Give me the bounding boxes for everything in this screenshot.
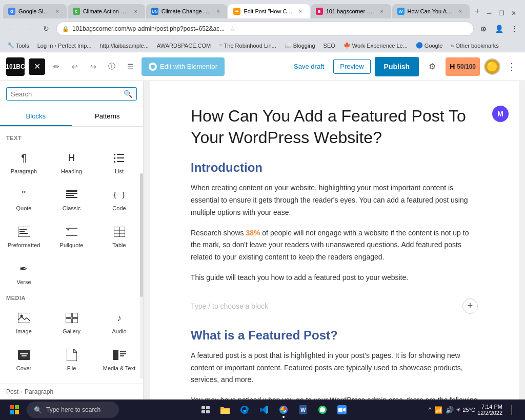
show-desktop-btn[interactable] xyxy=(504,401,519,419)
block-classic[interactable]: Classic xyxy=(48,180,95,217)
post-title[interactable]: How Can You Add a Featured Post To Your … xyxy=(191,106,478,148)
breadcrumb-post[interactable]: Post xyxy=(6,388,18,395)
taskbar-app-taskview[interactable] xyxy=(196,401,215,419)
user-avatar[interactable]: 🟡 xyxy=(484,58,500,75)
block-pullquote[interactable]: " Pullquote xyxy=(48,217,95,254)
address-star[interactable]: ☆ xyxy=(230,25,235,32)
featured-post-heading[interactable]: What is a Featured Post? xyxy=(191,328,478,343)
breadcrumb-paragraph[interactable]: Paragraph xyxy=(25,388,53,395)
bookmark-robinhood[interactable]: ≡ The Robinhood Lin... xyxy=(216,42,279,50)
forward-btn[interactable]: → xyxy=(22,22,36,36)
minimize-btn[interactable]: ─ xyxy=(485,9,493,17)
tab-close-btn[interactable]: × xyxy=(132,7,140,15)
block-media-text[interactable]: Media & Text xyxy=(95,340,143,377)
undo-btn[interactable]: ↩ xyxy=(68,59,82,74)
taskbar-app-whatsapp[interactable] xyxy=(313,401,332,419)
taskbar-right: ^ 📶 🔊 ☀ 25°C 7:14 PM 12/2/2022 xyxy=(429,401,521,419)
speaker-icon[interactable]: 🔊 xyxy=(446,406,454,414)
tab-close-btn[interactable]: × xyxy=(214,7,222,15)
tab-google-slides[interactable]: G Google Slides × xyxy=(3,4,67,18)
block-verse[interactable]: ✒ Verse xyxy=(0,254,48,291)
intro-paragraph-3[interactable]: This guide will teach you how to add a f… xyxy=(191,272,478,284)
add-block-btn[interactable]: + xyxy=(462,298,478,314)
edit-pen-icon[interactable]: ✏ xyxy=(49,59,64,74)
taskbar-app-edge[interactable] xyxy=(235,401,254,419)
block-label: Verse xyxy=(16,279,31,285)
edit-with-elementor-btn[interactable]: Edit with Elementor xyxy=(142,57,225,76)
tab-close-btn[interactable]: × xyxy=(296,7,305,15)
block-code[interactable]: { } Code xyxy=(95,180,143,217)
block-gallery[interactable]: Gallery xyxy=(48,303,95,340)
bookmark-awardspace[interactable]: AWARDSPACE.COM xyxy=(154,42,214,50)
intro-paragraph-2[interactable]: Research shows 38% of people will not en… xyxy=(191,227,478,264)
bookmark-work[interactable]: 🍁 Work Experience Le... xyxy=(340,41,411,50)
publish-btn[interactable]: Publish xyxy=(375,57,419,76)
reload-btn[interactable]: ↻ xyxy=(39,22,53,36)
block-audio[interactable]: ♪ Audio xyxy=(95,303,143,340)
seo-score-badge[interactable]: H 50/100 xyxy=(446,57,480,76)
block-file[interactable]: File xyxy=(48,340,95,377)
bookmark-login[interactable]: Log In ‹ Perfect Imp... xyxy=(34,42,95,50)
tab-wp-edit[interactable]: ✏ Edit Post "How Can... × xyxy=(228,4,309,18)
intro-paragraph-1[interactable]: When creating content on your website, h… xyxy=(191,182,478,218)
tab-close-btn[interactable]: × xyxy=(456,7,465,15)
start-btn[interactable] xyxy=(4,401,25,419)
tab-how[interactable]: W How Can You Add... × xyxy=(392,4,470,18)
wp-logo[interactable]: 101BC xyxy=(6,57,25,76)
bookmark-other[interactable]: » Other bookmarks xyxy=(448,42,502,50)
show-hidden-icons-btn[interactable]: ^ xyxy=(429,406,432,413)
close-btn[interactable]: ✕ xyxy=(510,9,518,17)
preview-btn[interactable]: Preview xyxy=(333,59,370,74)
bookmark-laibasample[interactable]: http://laibasample... xyxy=(96,42,151,50)
profile-btn[interactable]: 👤 xyxy=(492,22,506,35)
block-heading[interactable]: H Heading xyxy=(48,143,95,180)
save-draft-btn[interactable]: Save draft xyxy=(289,59,329,73)
address-bar[interactable]: 🔒 101bagscorner.com/wp-admin/post.php?po… xyxy=(56,22,474,36)
search-input[interactable] xyxy=(11,90,120,98)
redo-btn[interactable]: ↪ xyxy=(86,59,100,74)
block-list[interactable]: List xyxy=(95,143,143,180)
restore-btn[interactable]: ❐ xyxy=(497,9,506,17)
menu-btn[interactable]: ⋮ xyxy=(508,22,521,35)
taskbar-app-zoom[interactable] xyxy=(333,401,351,419)
tab-blocks[interactable]: Blocks xyxy=(0,107,72,126)
bookmark-google[interactable]: 🔵 Google xyxy=(413,41,446,50)
more-options-btn[interactable]: ⋮ xyxy=(504,59,519,74)
tab-close-btn[interactable]: × xyxy=(378,7,386,15)
rankmath-icon[interactable]: M xyxy=(492,106,509,122)
settings-gear-btn[interactable]: ⚙ xyxy=(423,57,441,76)
bookmark-blogging[interactable]: 📖 Blogging xyxy=(281,41,318,50)
new-tab-btn[interactable]: + xyxy=(471,4,484,18)
block-preformatted[interactable]: Preformatted xyxy=(0,217,48,254)
featured-post-paragraph-2[interactable]: You may have noticed when you go to your… xyxy=(191,394,478,399)
search-input-wrap[interactable]: 🔍 xyxy=(6,87,137,101)
introduction-heading[interactable]: Introduction xyxy=(191,161,478,175)
block-placeholder[interactable]: Type / to choose a block + xyxy=(191,292,478,320)
taskbar-app-word[interactable]: W xyxy=(294,401,312,419)
block-paragraph[interactable]: ¶ Paragraph xyxy=(0,143,48,180)
block-image[interactable]: Image xyxy=(0,303,48,340)
block-cover[interactable]: Cover xyxy=(0,340,48,377)
taskbar-app-chrome[interactable] xyxy=(274,401,293,419)
list-view-btn[interactable]: ☰ xyxy=(123,59,137,74)
info-btn[interactable]: ⓘ xyxy=(105,59,119,74)
bookmark-tools[interactable]: 🔧 Tools xyxy=(4,41,32,50)
tab-bags[interactable]: B 101 bagscorner - G... × xyxy=(311,4,391,18)
tab-climate1[interactable]: C Climate Action - G... × xyxy=(68,4,145,18)
featured-post-paragraph-1[interactable]: A featured post is a post that is highli… xyxy=(191,350,478,386)
taskbar-search[interactable]: 🔍 Type here to search xyxy=(27,402,119,418)
wp-close-btn[interactable]: ✕ xyxy=(29,58,45,75)
taskbar-app-vscode[interactable] xyxy=(255,401,273,419)
bookmark-seo[interactable]: SEO xyxy=(320,42,338,50)
block-quote[interactable]: " Quote xyxy=(0,180,48,217)
sidebar-scrollbar-thumb[interactable] xyxy=(140,173,143,297)
block-table[interactable]: Table xyxy=(95,217,143,254)
taskbar-app-explorer[interactable] xyxy=(216,401,234,419)
extensions-btn[interactable]: ⊕ xyxy=(477,22,490,35)
editor-breadcrumb: Post › Paragraph xyxy=(0,384,143,399)
tab-climate2[interactable]: UN Climate Change - U... × xyxy=(146,4,228,18)
tab-patterns[interactable]: Patterns xyxy=(72,107,144,126)
back-btn[interactable]: ← xyxy=(4,22,18,36)
paragraph-icon: ¶ xyxy=(21,151,27,165)
tab-close-btn[interactable]: × xyxy=(53,7,62,15)
